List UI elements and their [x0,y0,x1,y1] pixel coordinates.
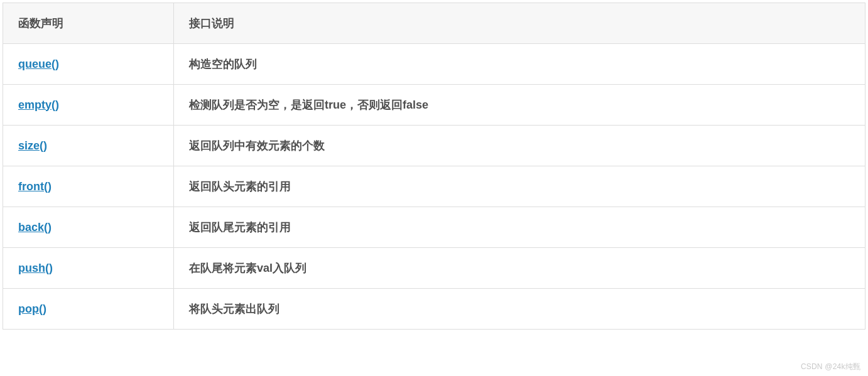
table-row: queue() 构造空的队列 [3,44,865,85]
func-link-back[interactable]: back() [18,221,52,234]
func-link-empty[interactable]: empty() [18,99,59,111]
func-cell: back() [3,207,174,248]
func-cell: front() [3,166,174,207]
desc-cell: 检测队列是否为空，是返回true，否则返回false [174,85,865,126]
func-link-pop[interactable]: pop() [18,303,46,315]
table-row: front() 返回队头元素的引用 [3,166,865,207]
header-func: 函数声明 [3,3,174,44]
func-link-size[interactable]: size() [18,139,47,152]
api-table: 函数声明 接口说明 queue() 构造空的队列 empty() 检测队列是否为… [3,3,865,330]
func-link-push[interactable]: push() [18,262,53,274]
header-desc: 接口说明 [174,3,865,44]
table-row: push() 在队尾将元素val入队列 [3,248,865,289]
func-cell: queue() [3,44,174,85]
desc-cell: 将队头元素出队列 [174,289,865,330]
desc-cell: 返回队头元素的引用 [174,166,865,207]
desc-cell: 在队尾将元素val入队列 [174,248,865,289]
func-link-queue[interactable]: queue() [18,58,59,70]
func-cell: size() [3,126,174,166]
func-link-front[interactable]: front() [18,180,52,193]
func-cell: push() [3,248,174,289]
table-row: back() 返回队尾元素的引用 [3,207,865,248]
desc-cell: 返回队尾元素的引用 [174,207,865,248]
table-row: pop() 将队头元素出队列 [3,289,865,330]
table-row: empty() 检测队列是否为空，是返回true，否则返回false [3,85,865,126]
table-row: size() 返回队列中有效元素的个数 [3,126,865,166]
table-header-row: 函数声明 接口说明 [3,3,865,44]
func-cell: empty() [3,85,174,126]
desc-cell: 返回队列中有效元素的个数 [174,126,865,166]
func-cell: pop() [3,289,174,330]
desc-cell: 构造空的队列 [174,44,865,85]
